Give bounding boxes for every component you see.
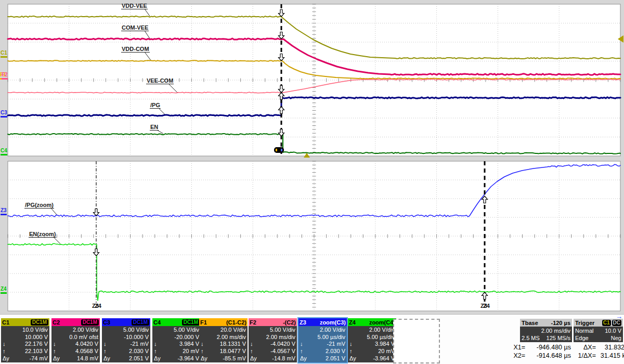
trace-label--pg-zoom-: /PG(zoom) [24, 202, 54, 209]
edge-marker-c1[interactable]: C1 [1, 50, 7, 58]
empty-descriptor-slot[interactable] [393, 319, 440, 363]
cursor-down-value: 3.984 V [375, 341, 395, 347]
channel-id: Z4 [349, 319, 356, 326]
descriptor-header: F1(C1-C2) [199, 318, 248, 326]
invdx-value: 31.415 kHz [596, 352, 624, 360]
edge-marker-c3[interactable]: C3 [1, 110, 7, 118]
x1-value: -946.480 µs [525, 343, 571, 352]
coupling-badge: DC1M [31, 319, 48, 326]
channel-id: F2 [250, 319, 256, 326]
cursor-down-icon: ↓ [349, 341, 353, 347]
cursor-down-value: -21 mV [131, 341, 149, 347]
trigger-mode: Normal [575, 327, 593, 334]
timebase-rate: 125 MS/s [547, 334, 570, 342]
cursor-up-icon: ↑ [53, 348, 56, 355]
offset-or-timebase: -10.000 V [124, 334, 149, 341]
cursor-up-icon: ↑ [349, 348, 353, 355]
delta-y-value: 14.8 mV [77, 355, 98, 362]
channel-id: Z3 [300, 319, 306, 326]
cursor-down-value: -4.0420 V [270, 341, 295, 347]
descriptor-source: (C1-C2) [226, 319, 246, 326]
timebase-delay: -120 µs [551, 320, 570, 326]
edge-marker-z3[interactable]: Z3 [1, 208, 7, 215]
channel-id: F1 [200, 319, 207, 326]
cursor-up-value: 20 mV [378, 348, 395, 355]
dx-value: 31.832 µs [596, 343, 624, 352]
edge-marker-f2[interactable]: F2 [2, 72, 8, 80]
trace-label-vdd-vee: VDD-VEE [121, 3, 148, 9]
channel-descriptor-c1[interactable]: C1DC1M 10.0 V/div 10.000 V ↓22.176 V ↑22… [1, 318, 49, 362]
dx-label: ΔX= [571, 343, 596, 352]
cursor-down-icon: ↓ [300, 341, 303, 347]
descriptor-header: C2DC1M [51, 318, 100, 326]
cursor-down-icon: ↓ [154, 341, 157, 347]
descriptor-body: 2.00 V/div 5.00 µs/div ↓-21 mV ↑2.030 V … [298, 326, 347, 362]
cursor-down-value: -21 mV [327, 341, 345, 347]
cursor-down-value: 18.1331 V [220, 341, 246, 347]
trace-label-vdd-com: VDD-COM [121, 46, 150, 53]
x2-value: -914.648 µs [525, 352, 571, 360]
cursor-down-icon: ↓ [201, 341, 204, 347]
trace-label--pg: /PG [150, 102, 161, 109]
x2-label: X2= [510, 352, 525, 360]
channel-descriptor-c3[interactable]: C3DC1M 5.00 V/div -10.000 V ↓-21 mV ↑2.0… [102, 318, 150, 362]
timebase-panel[interactable]: Tbase -120 µs 2.00 ms/div 2.5 MS125 MS/s [520, 319, 572, 342]
trigger-level: 10.0 V [605, 327, 621, 334]
delta-y-label: Δy [250, 355, 257, 362]
delta-y-label: Δy [300, 355, 307, 362]
cursor-up-icon: ↑ [300, 348, 303, 355]
zoom-z4-mark-icon [281, 149, 282, 151]
invdx-label: 1/ΔX= [571, 352, 596, 360]
channel-descriptor-z3[interactable]: Z3zoom(C3) 2.00 V/div 5.00 µs/div ↓-21 m… [298, 318, 347, 362]
trace-label-com-vee: COM-VEE [121, 24, 149, 31]
scroll-right-arrow-icon[interactable]: → [616, 313, 622, 320]
channel-descriptor-f2[interactable]: F2-(C2) 5.00 V/div 2.00 ms/div ↓-4.0420 … [249, 318, 297, 362]
channel-descriptor-f1[interactable]: F1(C1-C2) 20.0 V/div 2.00 ms/div ↓18.133… [199, 318, 248, 362]
edge-marker-c4[interactable]: C4 [1, 148, 7, 155]
scope-graticule [0, 0, 624, 314]
cursor-down-icon: ↓ [53, 341, 56, 347]
cursor-up-icon: ↑ [103, 348, 107, 355]
channel-descriptor-z4[interactable]: Z4zoom(C4) 2.00 V/div 5.00 µs/div ↓3.984… [348, 318, 396, 362]
volts-per-div: 2.00 V/div [320, 327, 345, 333]
channel-id: C3 [103, 319, 110, 326]
cursor-tag-z4: Z4 [95, 303, 101, 309]
cursor-up-icon: ↑ [3, 348, 6, 355]
zoom-region-indicator[interactable] [274, 147, 284, 153]
cursor-down-value: 3.984 V [179, 341, 199, 347]
cursor-up-icon: ↑ [250, 348, 253, 355]
volts-per-div: 2.00 V/div [73, 327, 98, 333]
channel-descriptor-c4[interactable]: C4DC1M 5.00 V/div -20.000 V ↓3.984 V ↑20… [152, 318, 201, 362]
descriptor-header: C4DC1M [152, 318, 201, 326]
coupling-badge: DC1M [132, 319, 149, 326]
channel-descriptor-c2[interactable]: C2DC1M 2.00 V/div 0.0 mV ofst ↓4.0420 V … [51, 318, 100, 362]
descriptor-body: 5.00 V/div -20.000 V ↓3.984 V ↑20 mV Δy-… [152, 326, 201, 362]
descriptor-source: zoom(C3) [320, 319, 346, 326]
coupling-badge: DC1M [81, 319, 99, 326]
cursor-readout: X1= -946.480 µs ΔX= 31.832 µs X2= -914.6… [510, 343, 624, 360]
delta-y-value: -74 mV [30, 355, 48, 362]
descriptor-body: 20.0 V/div 2.00 ms/div ↓18.1331 V ↑18.04… [199, 326, 248, 362]
delta-y-label: Δy [103, 355, 110, 362]
edge-marker-z4[interactable]: Z4 [1, 287, 7, 294]
offset-or-timebase: 5.00 µs/div [367, 334, 395, 341]
delta-y-value: -3.964 V [373, 355, 395, 362]
descriptor-header: F2-(C2) [249, 318, 297, 326]
cursor-down-icon: ↓ [103, 341, 107, 347]
cursor-up-value: 4.0568 V [75, 348, 98, 355]
cursor-down-value: 22.176 V [25, 341, 48, 347]
delta-y-label: Δy [3, 355, 9, 362]
delta-y-label: Δy [154, 355, 161, 362]
descriptor-source: -(C2) [283, 319, 296, 326]
delta-y-value: -85.5 mV [223, 355, 246, 362]
volts-per-div: 5.00 V/div [174, 327, 199, 333]
timebase-samples: 2.5 MS [522, 334, 540, 342]
descriptor-header: C1DC1M [1, 318, 49, 326]
offset-or-timebase: 10.000 V [25, 334, 48, 341]
trigger-type: Edge [575, 334, 589, 342]
volts-per-div: 2.00 V/div [369, 327, 395, 333]
cursor-up-value: 18.0477 V [220, 348, 246, 355]
descriptor-source: zoom(C4) [369, 319, 395, 326]
trace-label-vee-com: VEE-COM [146, 77, 174, 84]
trigger-panel[interactable]: Trigger C1 DC Normal10.0 V EdgeNeg [574, 319, 623, 342]
